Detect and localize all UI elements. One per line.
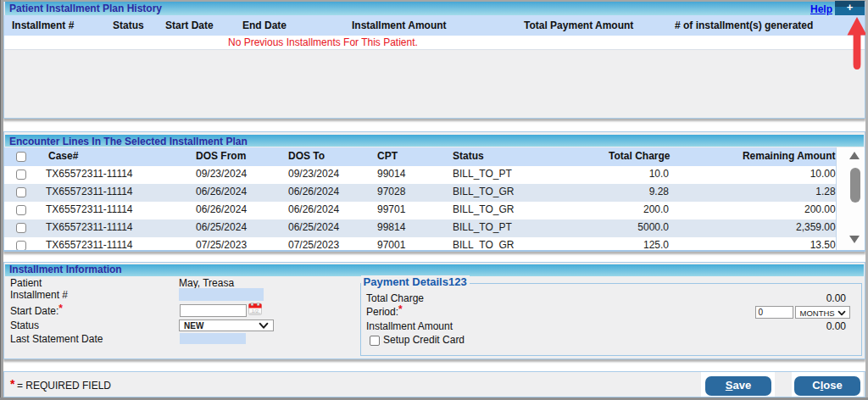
svg-text:1/2: 1/2 bbox=[252, 308, 259, 314]
